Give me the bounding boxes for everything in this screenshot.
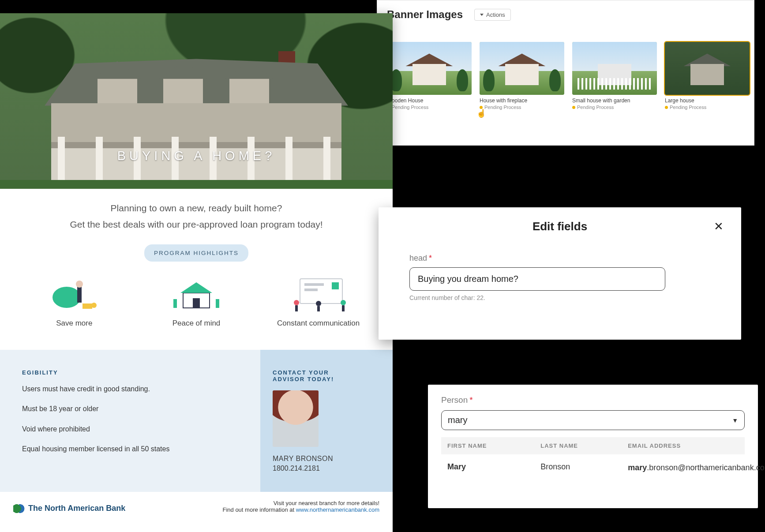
highlight-item: Constant communication bbox=[266, 272, 371, 328]
svg-rect-12 bbox=[304, 283, 324, 286]
piggy-bank-icon bbox=[21, 272, 127, 316]
banner-images-title: Banner Images bbox=[387, 8, 463, 21]
svg-point-5 bbox=[91, 303, 97, 308]
eligibility-line: Void where prohibited bbox=[22, 424, 238, 434]
actions-button[interactable]: Actions bbox=[474, 9, 511, 21]
svg-rect-16 bbox=[295, 305, 298, 311]
actions-label: Actions bbox=[486, 11, 505, 18]
field-label: head* bbox=[409, 254, 432, 262]
thumb-caption: Small house with garden bbox=[572, 97, 657, 104]
svg-rect-4 bbox=[82, 303, 92, 309]
banner-thumbnails: Wooden House Pending Process House with … bbox=[387, 42, 744, 110]
svg-rect-8 bbox=[193, 298, 200, 308]
svg-rect-9 bbox=[173, 299, 177, 308]
col-email: EMAIL ADDRESS bbox=[628, 442, 739, 449]
thumb-image bbox=[387, 42, 472, 95]
eligibility-line: Equal housing member licensed in all 50 … bbox=[22, 444, 238, 454]
person-search-input[interactable] bbox=[448, 415, 732, 425]
footer-link[interactable]: www.northernamericanbank.com bbox=[296, 506, 379, 513]
brand-logo-icon bbox=[13, 504, 25, 513]
banner-thumb[interactable]: House with fireplace Pending Process bbox=[480, 42, 564, 110]
hero-title: BUYING A HOME? bbox=[0, 149, 393, 163]
presentation-icon bbox=[266, 272, 371, 316]
close-icon: ✕ bbox=[714, 220, 724, 233]
advisor-phone: 1800.214.2181 bbox=[273, 465, 380, 472]
footer-line: Visit your nearest branch for more detai… bbox=[222, 500, 379, 506]
intro-text: Planning to own a new, ready built home?… bbox=[0, 189, 393, 268]
edit-fields-modal: Edit fields ✕ head* Current number of ch… bbox=[379, 207, 741, 340]
advisor-name: MARY BRONSON bbox=[273, 455, 380, 463]
banner-thumb[interactable]: Wooden House Pending Process bbox=[387, 42, 472, 110]
brand-name: The North American Bank bbox=[28, 504, 125, 513]
eligibility-line: Users must have credit in good standing. bbox=[22, 384, 238, 394]
head-input[interactable] bbox=[409, 267, 665, 291]
svg-rect-20 bbox=[342, 305, 345, 311]
footer-line: Find out more information at www.norther… bbox=[222, 506, 379, 513]
highlights-badge: PROGRAM HIGHLIGHTS bbox=[144, 244, 248, 262]
highlight-label: Peace of mind bbox=[143, 319, 249, 328]
svg-point-15 bbox=[294, 300, 299, 305]
svg-rect-13 bbox=[304, 288, 318, 291]
status-dot-icon bbox=[572, 106, 575, 109]
thumb-image bbox=[665, 42, 750, 95]
eligibility-line: Must be 18 year or older bbox=[22, 404, 238, 414]
thumb-status: Pending Process bbox=[665, 105, 750, 110]
person-lookup-panel: Person* ▼ FIRST NAME LAST NAME EMAIL ADD… bbox=[428, 385, 758, 508]
modal-title: Edit fields bbox=[532, 220, 587, 233]
required-asterisk-icon: * bbox=[429, 254, 432, 262]
required-asterisk-icon: * bbox=[469, 395, 472, 405]
chevron-down-icon[interactable]: ▼ bbox=[732, 417, 738, 424]
svg-point-19 bbox=[341, 300, 346, 305]
svg-point-3 bbox=[76, 281, 83, 288]
table-row[interactable]: Mary Bronson mary.bronson@northamericanb… bbox=[441, 454, 745, 481]
table-header: FIRST NAME LAST NAME EMAIL ADDRESS bbox=[441, 437, 745, 454]
svg-rect-10 bbox=[216, 299, 219, 308]
thumb-image bbox=[572, 42, 657, 95]
brand: The North American Bank bbox=[13, 504, 125, 513]
results-table: FIRST NAME LAST NAME EMAIL ADDRESS Mary … bbox=[441, 437, 745, 481]
col-last-name: LAST NAME bbox=[540, 442, 628, 449]
thumb-status: Pending Process bbox=[480, 105, 564, 110]
thumb-status: Pending Process bbox=[572, 105, 657, 110]
hero-image: BUYING A HOME? bbox=[0, 13, 393, 189]
person-label: Person* bbox=[441, 395, 473, 405]
cell-email: mary.bronson@northamericanbank.com bbox=[628, 462, 739, 473]
flyer-footer: The North American Bank Visit your neare… bbox=[0, 492, 393, 524]
svg-point-17 bbox=[316, 301, 321, 306]
eligibility-heading: EGIBILITY bbox=[22, 369, 238, 376]
char-count-helper: Current number of char: 22. bbox=[409, 294, 698, 301]
close-button[interactable]: ✕ bbox=[714, 220, 724, 233]
advisor-photo bbox=[273, 390, 319, 447]
col-first-name: FIRST NAME bbox=[447, 442, 540, 449]
svg-rect-18 bbox=[317, 306, 320, 311]
status-dot-icon bbox=[480, 106, 483, 109]
thumb-status: Pending Process bbox=[387, 105, 472, 110]
highlight-item: Peace of mind bbox=[143, 272, 249, 328]
banner-thumb[interactable]: Large house Pending Process bbox=[665, 42, 750, 110]
cell-first-name: Mary bbox=[447, 462, 540, 473]
thumb-image bbox=[480, 42, 564, 95]
contact-block: CONTACT YOUR ADVISOR TODAY! MARY BRONSON… bbox=[260, 350, 393, 492]
lower-section: EGIBILITY Users must have credit in good… bbox=[0, 350, 393, 492]
footer-text: Visit your nearest branch for more detai… bbox=[222, 500, 379, 513]
caret-down-icon bbox=[480, 14, 484, 16]
eligibility-block: EGIBILITY Users must have credit in good… bbox=[0, 350, 260, 492]
thumb-caption: Large house bbox=[665, 97, 750, 104]
banner-thumb[interactable]: Small house with garden Pending Process bbox=[572, 42, 657, 110]
highlights-row: Save more Peace of mind bbox=[0, 268, 393, 350]
svg-point-1 bbox=[55, 291, 60, 296]
svg-rect-2 bbox=[77, 286, 82, 303]
banner-images-panel: Banner Images Actions Wooden House Pendi… bbox=[377, 0, 754, 146]
thumb-caption: House with fireplace bbox=[480, 97, 564, 104]
cell-last-name: Bronson bbox=[540, 462, 628, 473]
svg-point-0 bbox=[52, 287, 81, 308]
highlight-item: Save more bbox=[21, 272, 127, 328]
status-dot-icon bbox=[665, 106, 668, 109]
contact-heading: CONTACT YOUR ADVISOR TODAY! bbox=[273, 369, 380, 382]
svg-marker-7 bbox=[180, 282, 212, 293]
person-combobox[interactable]: ▼ bbox=[441, 410, 745, 430]
thumb-caption: Wooden House bbox=[387, 97, 472, 104]
highlight-label: Save more bbox=[21, 319, 127, 328]
highlight-label: Constant communication bbox=[266, 319, 371, 328]
flyer-document: BUYING A HOME? Planning to own a new, re… bbox=[0, 13, 393, 532]
